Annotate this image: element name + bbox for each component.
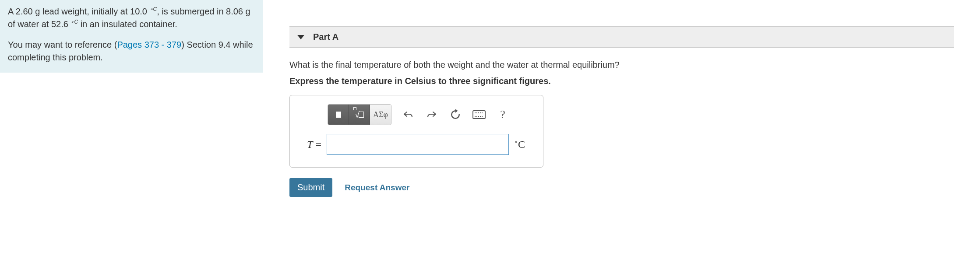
greek-button[interactable]: ΑΣφ xyxy=(370,105,391,125)
answer-box: √ ΑΣφ xyxy=(289,95,543,168)
undo-icon xyxy=(403,109,413,120)
equation-toolbar: √ ΑΣφ xyxy=(328,104,536,125)
tool-group: √ ΑΣφ xyxy=(328,104,391,125)
var-name: T xyxy=(307,139,313,150)
question-text: What is the final temperature of both th… xyxy=(289,60,954,70)
answer-panel: Part A What is the final temperature of … xyxy=(263,0,980,197)
rect-icon xyxy=(336,112,341,118)
answer-input[interactable] xyxy=(327,134,509,155)
problem-statement: A 2.60 g lead weight, initially at 10.0 … xyxy=(0,0,263,73)
submit-button[interactable]: Submit xyxy=(289,178,332,197)
chevron-down-icon xyxy=(297,35,304,39)
request-answer-link[interactable]: Request Answer xyxy=(345,183,409,192)
greek-label: ΑΣφ xyxy=(373,110,388,119)
reset-icon xyxy=(450,109,461,120)
part-body: What is the final temperature of both th… xyxy=(289,48,980,197)
text: in an insulated container. xyxy=(78,19,177,29)
keyboard-icon xyxy=(472,110,486,119)
answer-row: T = ∘C xyxy=(297,134,536,155)
redo-icon xyxy=(427,109,437,120)
root-icon: √ xyxy=(355,110,364,120)
unit-label: ∘C xyxy=(514,138,536,150)
tool-row-right: ? xyxy=(399,106,511,123)
problem-paragraph-1: A 2.60 g lead weight, initially at 10.0 … xyxy=(8,5,255,31)
degree-unit: ∘C xyxy=(150,7,157,16)
text: You may want to reference ( xyxy=(8,40,117,49)
text: A 2.60 g lead weight, initially at 10.0 xyxy=(8,7,150,16)
part-header[interactable]: Part A xyxy=(289,26,954,48)
redo-button[interactable] xyxy=(423,106,441,123)
actions-row: Submit Request Answer xyxy=(289,178,954,197)
unit-c: C xyxy=(518,139,525,150)
pages-link[interactable]: Pages 373 - 379 xyxy=(117,40,181,49)
variable-label: T = xyxy=(297,139,321,150)
problem-paragraph-2: You may want to reference (Pages 373 - 3… xyxy=(8,38,255,64)
undo-button[interactable] xyxy=(399,106,417,123)
reset-button[interactable] xyxy=(447,106,464,123)
degree-symbol: ∘C xyxy=(71,19,78,25)
template-rect-button[interactable] xyxy=(328,105,349,125)
degree-unit: ∘C xyxy=(71,19,78,29)
help-button[interactable]: ? xyxy=(494,106,511,123)
part-title: Part A xyxy=(313,32,338,42)
keyboard-button[interactable] xyxy=(470,106,488,123)
degree-symbol: ∘ xyxy=(514,139,518,145)
template-root-button[interactable]: √ xyxy=(349,105,370,125)
degree-symbol: ∘C xyxy=(150,6,157,12)
equals-sign: = xyxy=(313,139,321,150)
problem-panel: A 2.60 g lead weight, initially at 10.0 … xyxy=(0,0,263,197)
instruction-text: Express the temperature in Celsius to th… xyxy=(289,76,954,86)
